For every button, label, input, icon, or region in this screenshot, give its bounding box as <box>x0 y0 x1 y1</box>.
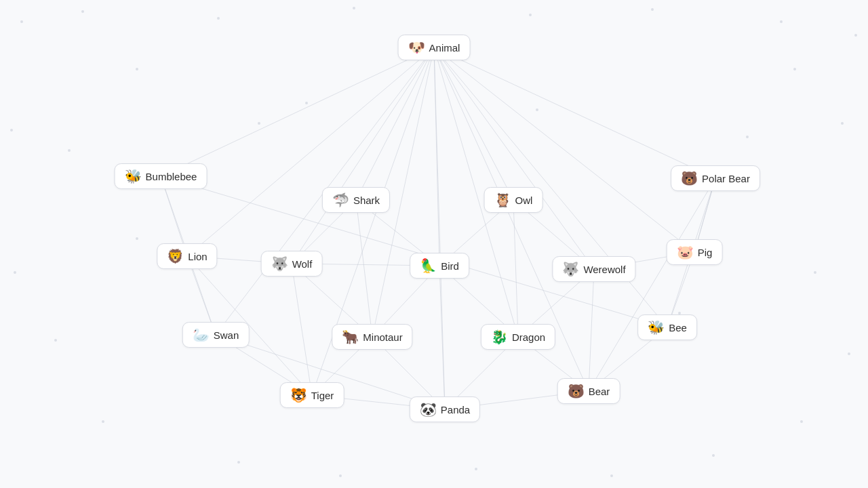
graph-container: 🐶Animal🐝Bumblebee🦈Shark🦉Owl🐻Polar Bear🦁L… <box>0 0 868 488</box>
node-bird[interactable]: 🦜Bird <box>410 253 469 279</box>
svg-line-3 <box>434 47 715 178</box>
dragon-icon: 🐉 <box>491 330 508 344</box>
polarbear-label: Polar Bear <box>702 173 750 184</box>
bird-label: Bird <box>441 260 459 272</box>
bee-icon: 🐝 <box>648 321 665 334</box>
node-shark[interactable]: 🦈Shark <box>322 187 390 213</box>
svg-line-18 <box>161 176 667 327</box>
svg-line-24 <box>513 200 518 337</box>
svg-line-2 <box>434 47 513 200</box>
werewolf-icon: 🐺 <box>562 262 579 276</box>
svg-line-6 <box>434 47 439 266</box>
minotaur-icon: 🐂 <box>342 330 359 344</box>
owl-label: Owl <box>515 195 533 206</box>
svg-line-35 <box>439 266 445 409</box>
werewolf-label: Werewolf <box>583 264 625 275</box>
panda-label: Panda <box>441 404 470 415</box>
bird-icon: 🦜 <box>420 259 437 272</box>
panda-icon: 🐼 <box>420 403 437 416</box>
svg-line-1 <box>356 47 434 200</box>
node-bumblebee[interactable]: 🐝Bumblebee <box>115 163 208 189</box>
node-swan[interactable]: 🦢Swan <box>182 322 250 348</box>
swan-label: Swan <box>214 329 239 341</box>
shark-icon: 🦈 <box>332 193 349 207</box>
node-animal[interactable]: 🐶Animal <box>398 35 471 60</box>
node-panda[interactable]: 🐼Panda <box>410 396 480 422</box>
owl-icon: 🦉 <box>494 193 511 207</box>
bee-label: Bee <box>669 322 687 333</box>
node-pig[interactable]: 🐷Pig <box>667 239 723 265</box>
svg-line-12 <box>434 47 667 327</box>
svg-line-33 <box>292 264 312 395</box>
minotaur-label: Minotaur <box>363 331 402 343</box>
node-wolf[interactable]: 🐺Wolf <box>261 251 323 277</box>
svg-line-26 <box>589 178 715 391</box>
node-tiger[interactable]: 🐯Tiger <box>280 382 344 408</box>
bumblebee-label: Bumblebee <box>146 171 197 182</box>
shark-label: Shark <box>353 195 380 206</box>
svg-line-4 <box>187 47 434 256</box>
wolf-icon: 🐺 <box>271 257 288 270</box>
svg-line-7 <box>434 47 594 269</box>
svg-line-0 <box>161 47 434 176</box>
bumblebee-icon: 🐝 <box>125 169 142 183</box>
swan-icon: 🦢 <box>193 328 210 342</box>
pig-label: Pig <box>698 247 713 258</box>
dragon-label: Dragon <box>512 331 545 343</box>
svg-line-8 <box>434 47 694 252</box>
node-lion[interactable]: 🦁Lion <box>157 243 217 269</box>
tiger-icon: 🐯 <box>290 388 307 402</box>
node-owl[interactable]: 🦉Owl <box>484 187 543 213</box>
polarbear-icon: 🐻 <box>681 171 698 185</box>
svg-line-20 <box>356 200 372 337</box>
node-werewolf[interactable]: 🐺Werewolf <box>552 256 635 282</box>
animal-icon: 🐶 <box>408 41 425 54</box>
animal-label: Animal <box>429 42 460 54</box>
node-minotaur[interactable]: 🐂Minotaur <box>332 324 412 350</box>
node-polarbear[interactable]: 🐻Polar Bear <box>671 165 760 191</box>
wolf-label: Wolf <box>292 258 313 270</box>
node-dragon[interactable]: 🐉Dragon <box>481 324 555 350</box>
pig-icon: 🐷 <box>677 245 694 259</box>
svg-line-38 <box>589 269 594 391</box>
lion-label: Lion <box>188 251 207 262</box>
node-bear[interactable]: 🐻Bear <box>557 378 620 404</box>
svg-line-5 <box>292 47 434 264</box>
svg-line-15 <box>434 47 445 409</box>
node-bee[interactable]: 🐝Bee <box>637 314 697 340</box>
tiger-label: Tiger <box>311 390 334 401</box>
lion-icon: 🦁 <box>167 249 184 263</box>
bear-label: Bear <box>589 386 610 397</box>
bear-icon: 🐻 <box>568 384 585 398</box>
